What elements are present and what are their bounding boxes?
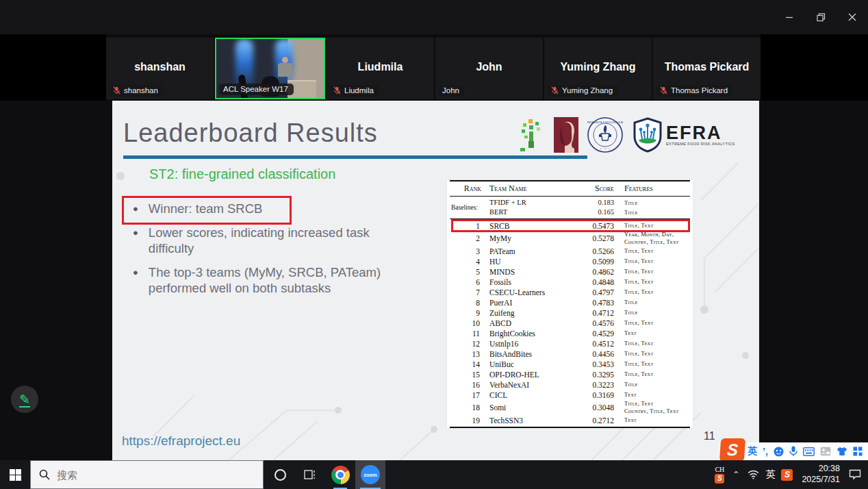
rank-cell: 7 — [450, 288, 484, 297]
leaderboard-row: 17CICL0.3169Text — [450, 390, 690, 400]
participant-label-text: Thomas Pickard — [671, 86, 728, 95]
video-tile[interactable]: ACL Speaker W17 — [215, 38, 325, 99]
team-cell: Zuifeng — [484, 309, 588, 317]
table-bottom-rule — [450, 427, 690, 428]
participant-name: Yuming Zhang — [544, 61, 652, 73]
score-cell: 0.4848 — [588, 278, 614, 286]
features-cell: Title, Text — [614, 288, 690, 296]
login-account-icon[interactable] — [820, 447, 831, 456]
annotate-button[interactable]: ✎ — [11, 386, 38, 413]
score-cell: 0.5473 — [588, 222, 614, 230]
cortana-button[interactable] — [265, 460, 295, 489]
emoji-icon[interactable] — [774, 447, 784, 457]
features-cell: Title — [614, 381, 690, 388]
rank-cell: 17 — [450, 391, 484, 399]
participant-tile[interactable]: JohnJohn — [435, 38, 543, 99]
participant-label: ACL Speaker W17 — [219, 84, 294, 95]
pixel-tree-logo — [518, 118, 545, 152]
start-button[interactable] — [0, 460, 30, 489]
bullet-marker: ● — [133, 264, 138, 296]
features-cell: Title — [614, 309, 690, 316]
taskbar-clock[interactable]: 20:38 2025/7/31 — [799, 464, 843, 485]
muted-mic-icon — [660, 86, 667, 95]
skin-icon[interactable] — [837, 447, 847, 456]
features-cell: Title, Text — [614, 350, 690, 358]
restore-button[interactable] — [805, 0, 837, 34]
features-cell: Year, Month, Day,Country, Title, Text — [614, 231, 690, 246]
leaderboard-row: 6Fossils0.4848Title, Text — [450, 277, 690, 287]
rank-cell: 16 — [450, 381, 484, 389]
rank-cell: 3 — [450, 247, 484, 255]
participant-label-text: Liudmila — [344, 86, 374, 95]
rank-cell: 10 — [450, 319, 484, 327]
task-view-icon — [304, 469, 316, 480]
taskbar-search-box[interactable] — [30, 460, 264, 489]
close-button[interactable] — [837, 0, 868, 34]
bullet-item: ●The top-3 teams (MyMy, SRCB, PATeam) pe… — [133, 264, 396, 296]
participant-label-text: shanshan — [124, 86, 158, 95]
wifi-button[interactable] — [748, 470, 759, 479]
participant-tile[interactable]: shanshanshanshan — [106, 38, 214, 99]
participant-label-text: ACL Speaker W17 — [223, 85, 288, 93]
chrome-taskbar-button[interactable] — [325, 460, 355, 489]
leaderboard-table: Rank Team Name Score Features Baselines:… — [447, 180, 693, 428]
rank-cell: 11 — [450, 329, 484, 338]
features-cell: Title, Text — [614, 340, 690, 347]
rank-cell: 8 — [450, 299, 484, 307]
header-score: Score — [588, 184, 614, 194]
bullet-list: ●Winner: team SRCB ●Lower scores, indica… — [133, 201, 396, 304]
rank-cell: 2 — [450, 234, 484, 242]
title-accent-bar — [123, 155, 587, 159]
participant-tile[interactable]: Yuming ZhangYuming Zhang — [544, 38, 652, 99]
chrome-icon — [331, 466, 350, 484]
toolbox-icon[interactable] — [853, 447, 863, 456]
participant-name: Thomas Pickard — [653, 61, 761, 73]
rank-cell: 13 — [450, 350, 484, 358]
action-center-button[interactable] — [849, 469, 861, 480]
task-view-button[interactable] — [295, 460, 325, 489]
sogou-tray-icon[interactable]: S — [781, 469, 793, 481]
zoom-taskbar-button[interactable]: zoom — [355, 460, 385, 489]
team-cell: OPI-DRO-HEL — [484, 371, 588, 379]
baseline-features: Title — [614, 198, 690, 208]
rank-cell: 14 — [450, 360, 484, 368]
minimize-button[interactable] — [774, 0, 805, 34]
participant-name: Liudmila — [327, 61, 434, 73]
windows-logo-icon — [10, 469, 21, 481]
tray-language-indicator[interactable]: 英 — [765, 468, 775, 481]
keyboard-icon[interactable] — [803, 447, 815, 456]
leaderboard-row: 14UniBuc0.3453Title, Text — [450, 359, 690, 369]
baseline-score: 0.183 — [588, 198, 614, 208]
voice-input-icon[interactable] — [789, 446, 797, 457]
features-cell: Title, Text — [614, 360, 690, 368]
search-icon — [39, 469, 50, 480]
search-input[interactable] — [57, 469, 235, 481]
participant-tile[interactable]: Thomas PickardThomas Pickard — [653, 38, 761, 99]
leaderboard-header: Rank Team Name Score Features — [450, 180, 690, 197]
ime-indicator[interactable]: CH S — [715, 466, 724, 484]
hidden-icons-chevron[interactable]: ⌃ — [730, 470, 741, 479]
score-cell: 0.3223 — [588, 381, 614, 389]
participant-label: shanshan — [109, 85, 164, 97]
rank-cell: 5 — [450, 268, 484, 276]
features-cell: Title, Text — [614, 247, 690, 255]
team-cell: HU — [484, 258, 588, 266]
bullet-text: Lower scores, indicating increased task … — [149, 225, 396, 256]
participant-tile[interactable]: LiudmilaLiudmila — [327, 38, 434, 99]
team-cell: SRCB — [484, 222, 588, 230]
pencil-icon: ✎ — [19, 392, 30, 408]
score-cell: 0.5099 — [588, 258, 614, 266]
video-strip: shanshanshanshanACL Speaker W17LiudmilaL… — [106, 34, 761, 101]
leaderboard-row: 7CSECU-Learners0.4797Title, Text — [450, 287, 690, 297]
team-cell: Ustnlp16 — [484, 340, 588, 348]
bullet-item: ●Lower scores, indicating increased task… — [133, 225, 396, 256]
punctuation-icon[interactable]: ’, — [763, 446, 768, 457]
presentation-slide: Leaderboard Results — [112, 101, 759, 460]
baseline-team: BERT — [484, 208, 588, 217]
baseline-features: Title — [614, 208, 690, 217]
header-team: Team Name — [484, 184, 588, 194]
leaderboard-row: 11BrightCookies0.4529Text — [450, 328, 690, 338]
baselines-label: Baselines: — [450, 204, 484, 211]
team-cell: MyMy — [484, 234, 588, 242]
rank-cell: 18 — [450, 403, 484, 412]
